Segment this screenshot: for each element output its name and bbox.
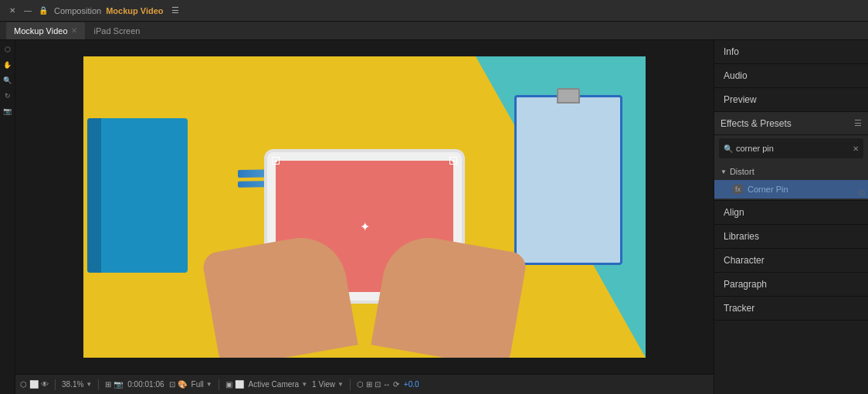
zoom-control[interactable]: 38.1% ▼ bbox=[62, 380, 92, 389]
align-section: Align bbox=[714, 201, 868, 225]
view-dropdown-arrow[interactable]: ▼ bbox=[337, 381, 344, 388]
quality-dropdown-arrow[interactable]: ▼ bbox=[206, 381, 212, 388]
character-label[interactable]: Character bbox=[714, 249, 868, 272]
character-section: Character bbox=[714, 249, 868, 273]
tool-hand[interactable]: ✋ bbox=[2, 59, 14, 71]
preview-label[interactable]: Preview bbox=[714, 88, 868, 111]
separator-3 bbox=[219, 379, 219, 390]
layout-icon-5[interactable]: ⟳ bbox=[393, 380, 399, 389]
viewer-icons[interactable]: ⬡ ⬜ 👁 bbox=[20, 380, 49, 389]
zoom-dropdown-arrow[interactable]: ▼ bbox=[86, 381, 92, 388]
viewer-icon-1[interactable]: ⬡ bbox=[20, 380, 27, 389]
fx-icon: fx bbox=[733, 185, 743, 194]
tool-camera[interactable]: 📷 bbox=[2, 105, 14, 117]
lock-icon[interactable]: 🔒 bbox=[37, 5, 49, 17]
offset-display: +0.0 bbox=[404, 380, 419, 389]
viewer-icon-3[interactable]: 👁 bbox=[41, 380, 49, 389]
grid-icons[interactable]: ⊞ 📷 bbox=[105, 380, 123, 389]
hands bbox=[210, 234, 519, 358]
composition-frame: ✦ bbox=[83, 56, 646, 358]
separator-1 bbox=[55, 379, 56, 390]
corner-pin-label: Corner Pin bbox=[748, 185, 788, 194]
distort-header[interactable]: ▼ Distort bbox=[714, 163, 868, 180]
layout-icon-4[interactable]: ↔ bbox=[383, 380, 391, 389]
search-clear-icon[interactable]: ✕ bbox=[853, 144, 859, 153]
paragraph-label[interactable]: Paragraph bbox=[714, 273, 868, 296]
tracker-section: Tracker bbox=[714, 297, 868, 321]
color-wheel-icon[interactable]: 🎨 bbox=[178, 380, 187, 389]
layout-icon-2[interactable]: ⊞ bbox=[366, 380, 372, 389]
pixel-icon-1[interactable]: ▣ bbox=[225, 380, 232, 389]
viewer-icon-2[interactable]: ⬜ bbox=[29, 380, 39, 389]
distort-label: Distort bbox=[730, 167, 754, 176]
minimize-icon[interactable]: — bbox=[22, 5, 34, 17]
main-content: ⬡ ✋ 🔍 ↻ 📷 bbox=[0, 40, 868, 394]
effects-presets-panel: Effects & Presets ☰ 🔍 corner pin ✕ ▼ Dis… bbox=[714, 112, 868, 201]
grid-icon[interactable]: ⊞ bbox=[105, 380, 111, 389]
tool-zoom[interactable]: 🔍 bbox=[2, 74, 14, 87]
effects-presets-header: Effects & Presets ☰ bbox=[714, 112, 868, 135]
libraries-label[interactable]: Libraries bbox=[714, 225, 868, 248]
effects-presets-title: Effects & Presets bbox=[721, 118, 851, 129]
audio-section: Audio bbox=[714, 64, 868, 88]
composition-menu-icon[interactable]: ☰ bbox=[171, 5, 179, 15]
corner-pin-tl bbox=[271, 156, 280, 165]
effects-menu-icon[interactable]: ☰ bbox=[854, 118, 862, 128]
pixel-icons[interactable]: ▣ ⬜ bbox=[225, 380, 244, 389]
audio-label[interactable]: Audio bbox=[714, 64, 868, 87]
layout-icons[interactable]: ⬡ ⊞ ⊡ ↔ ⟳ bbox=[357, 380, 399, 389]
info-section: Info bbox=[714, 40, 868, 64]
align-label[interactable]: Align bbox=[714, 201, 868, 224]
view-control[interactable]: 1 View ▼ bbox=[312, 380, 344, 389]
layout-icon-3[interactable]: ⊡ bbox=[375, 380, 381, 389]
active-camera-control[interactable]: Active Camera ▼ bbox=[249, 380, 308, 389]
center-crosshair: ✦ bbox=[360, 219, 370, 234]
tab-mockup-video-label: Mockup Video bbox=[14, 26, 68, 36]
camera-icon[interactable]: 📷 bbox=[114, 380, 123, 389]
search-value: corner pin bbox=[736, 144, 849, 153]
timecode-value: 0:00:01:06 bbox=[127, 380, 164, 389]
drag-to-apply-icon: ⊡ bbox=[859, 189, 865, 197]
clipboard bbox=[514, 95, 622, 265]
clipboard-clip bbox=[557, 88, 580, 104]
separator-4 bbox=[350, 379, 351, 390]
zoom-value: 38.1% bbox=[62, 380, 83, 389]
window-controls[interactable]: ✕ — 🔒 bbox=[6, 5, 49, 17]
search-bar[interactable]: 🔍 corner pin ✕ bbox=[719, 138, 863, 158]
tab-mockup-video[interactable]: Mockup Video ✕ bbox=[6, 22, 85, 39]
tab-ipad-screen[interactable]: iPad Screen bbox=[86, 22, 148, 39]
hand-left bbox=[201, 231, 358, 358]
tracker-label[interactable]: Tracker bbox=[714, 297, 868, 320]
right-panel: Info Audio Preview Effects & Presets ☰ 🔍… bbox=[714, 40, 868, 394]
preview-section: Preview bbox=[714, 88, 868, 112]
viewport-area: ✦ ⬡ ⬜ 👁 38.1% ▼ bbox=[15, 40, 714, 394]
effects-presets-content: 🔍 corner pin ✕ ▼ Distort fx Corner Pin ⊡ bbox=[714, 138, 868, 200]
tool-select[interactable]: ⬡ bbox=[2, 43, 14, 56]
tab-close-icon[interactable]: ✕ bbox=[71, 26, 77, 35]
tool-rotate[interactable]: ↻ bbox=[2, 90, 14, 102]
viewport-canvas[interactable]: ✦ bbox=[15, 40, 714, 374]
timecode-display[interactable]: 0:00:01:06 bbox=[127, 380, 164, 389]
left-sidebar: ⬡ ✋ 🔍 ↻ 📷 bbox=[0, 40, 15, 394]
active-camera-dropdown-arrow[interactable]: ▼ bbox=[301, 381, 307, 388]
layout-icon-1[interactable]: ⬡ bbox=[357, 380, 364, 389]
notebook-spine bbox=[87, 118, 101, 273]
pixel-icon-2[interactable]: ⬜ bbox=[235, 380, 244, 389]
distort-collapse-icon[interactable]: ▼ bbox=[721, 168, 727, 175]
tab-ipad-screen-label: iPad Screen bbox=[94, 26, 141, 36]
info-label[interactable]: Info bbox=[714, 40, 868, 63]
view-value: 1 View bbox=[312, 380, 335, 389]
composition-label: Composition bbox=[54, 6, 101, 15]
search-icon: 🔍 bbox=[724, 144, 733, 153]
composition-name: Mockup Video bbox=[106, 6, 163, 15]
corner-pin-item[interactable]: fx Corner Pin bbox=[714, 180, 868, 199]
quality-value: Full bbox=[192, 380, 204, 389]
close-icon[interactable]: ✕ bbox=[6, 5, 19, 17]
quality-control[interactable]: Full ▼ bbox=[192, 380, 212, 389]
frame-icons[interactable]: ⊡ 🎨 bbox=[169, 380, 187, 389]
bottom-bar: ⬡ ⬜ 👁 38.1% ▼ ⊞ 📷 0:00:01:06 ⊡ 🎨 bbox=[15, 374, 714, 394]
hand-right bbox=[371, 231, 527, 358]
offset-value: +0.0 bbox=[404, 380, 419, 389]
frame-icon[interactable]: ⊡ bbox=[169, 380, 175, 389]
active-camera-value: Active Camera bbox=[249, 380, 300, 389]
